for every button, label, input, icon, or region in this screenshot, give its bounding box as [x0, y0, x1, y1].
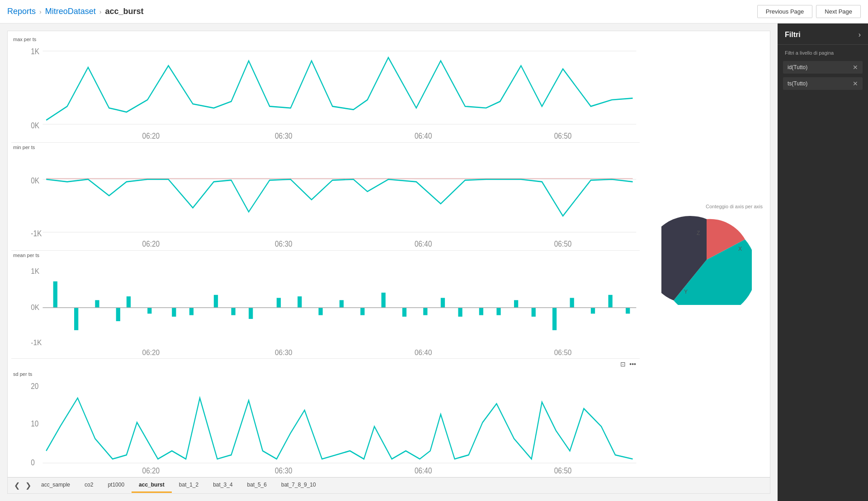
svg-rect-53 — [626, 308, 630, 314]
svg-rect-40 — [382, 293, 386, 308]
filters-panel: Filtri › Filtri a livello di pagina id(T… — [778, 23, 868, 501]
svg-rect-38 — [340, 300, 344, 308]
tab-bat-5-6[interactable]: bat_5_6 — [240, 478, 274, 493]
svg-text:20: 20 — [31, 382, 38, 391]
svg-text:-1K: -1K — [31, 338, 42, 347]
tabs-bar: ❮ ❯ acc_sample co2 pt1000 acc_burst bat_… — [8, 477, 770, 493]
svg-rect-32 — [214, 295, 218, 308]
tab-co2[interactable]: co2 — [77, 478, 100, 493]
svg-text:0K: 0K — [31, 176, 39, 185]
svg-text:0K: 0K — [31, 303, 39, 311]
svg-rect-48 — [532, 308, 536, 317]
svg-text:10: 10 — [31, 419, 38, 428]
tab-pt1000[interactable]: pt1000 — [100, 478, 132, 493]
sd-per-ts-label: sd per ts — [11, 371, 640, 377]
svg-text:06:20: 06:20 — [142, 131, 160, 140]
filter-ts-label: ts(Tutto) — [788, 80, 807, 87]
svg-rect-24 — [53, 281, 57, 308]
max-per-ts-label: max per ts — [11, 37, 640, 42]
svg-rect-46 — [496, 308, 500, 315]
prev-page-button[interactable]: Previous Page — [757, 5, 813, 18]
tab-bat-1-2[interactable]: bat_1_2 — [172, 478, 206, 493]
svg-rect-27 — [116, 308, 120, 321]
svg-text:06:40: 06:40 — [415, 348, 432, 356]
filters-title: Filtri — [785, 31, 801, 39]
mean-per-ts-chart: 1K 0K -1K 06:20 06:30 06:40 06:50 — [11, 259, 640, 356]
svg-text:06:30: 06:30 — [275, 348, 292, 356]
charts-inner: max per ts 1K 0K 06:20 — [8, 31, 770, 477]
min-per-ts-label: min per ts — [11, 145, 640, 150]
sd-per-ts-panel: sd per ts 20 10 0 06:20 06:30 06:40 06:5… — [11, 370, 640, 477]
filter-id-close[interactable]: ✕ — [853, 64, 858, 71]
svg-rect-47 — [514, 300, 518, 308]
svg-text:06:50: 06:50 — [554, 131, 572, 140]
filter-id-label: id(Tutto) — [788, 64, 807, 70]
svg-rect-43 — [441, 298, 445, 308]
tab-bat-3-4[interactable]: bat_3_4 — [206, 478, 240, 493]
filter-ts-close[interactable]: ✕ — [853, 80, 858, 87]
breadcrumb-reports[interactable]: Reports — [7, 7, 36, 16]
svg-rect-33 — [231, 308, 236, 315]
filters-expand-button[interactable]: › — [859, 31, 861, 39]
svg-text:06:40: 06:40 — [415, 131, 432, 140]
svg-text:06:50: 06:50 — [554, 239, 572, 248]
tab-next-button[interactable]: ❯ — [23, 479, 34, 492]
icons-row: ⊡ ••• — [11, 359, 640, 370]
svg-text:06:50: 06:50 — [554, 348, 572, 356]
svg-text:06:30: 06:30 — [275, 466, 292, 475]
min-per-ts-panel: min per ts 0K -1K 06:20 06:30 06:40 06:5… — [11, 143, 640, 251]
svg-text:X: X — [738, 246, 742, 252]
breadcrumb-sep-2: › — [99, 8, 102, 15]
svg-rect-28 — [127, 296, 131, 308]
svg-rect-51 — [591, 308, 595, 314]
tab-bat-7-8-9-10[interactable]: bat_7_8_9_10 — [274, 478, 323, 493]
svg-text:06:50: 06:50 — [554, 466, 572, 475]
svg-text:-1K: -1K — [31, 229, 42, 238]
charts-right: Conteggio di axis per axis Z — [643, 31, 770, 477]
breadcrumb-dataset[interactable]: MitreoDataset — [45, 7, 96, 16]
svg-rect-49 — [552, 308, 557, 330]
sd-per-ts-chart: 20 10 0 06:20 06:30 06:40 06:50 — [11, 378, 640, 475]
breadcrumb-page: acc_burst — [105, 7, 143, 16]
expand-icon[interactable]: ⊡ — [620, 361, 626, 368]
svg-rect-30 — [172, 308, 176, 317]
svg-rect-35 — [277, 298, 281, 308]
svg-text:06:30: 06:30 — [275, 239, 292, 248]
svg-text:06:20: 06:20 — [142, 466, 160, 475]
svg-rect-50 — [570, 298, 574, 308]
header-buttons: Previous Page Next Page — [757, 5, 861, 18]
header: Reports › MitreoDataset › acc_burst Prev… — [0, 0, 868, 23]
breadcrumb: Reports › MitreoDataset › acc_burst — [7, 7, 143, 16]
svg-text:06:40: 06:40 — [415, 239, 432, 248]
next-page-button[interactable]: Next Page — [816, 5, 861, 18]
svg-rect-41 — [402, 308, 406, 317]
filters-header: Filtri › — [778, 23, 868, 45]
tab-acc-burst[interactable]: acc_burst — [132, 478, 172, 493]
svg-rect-42 — [423, 308, 427, 315]
pie-title: Conteggio di axis per axis — [651, 204, 763, 209]
breadcrumb-sep-1: › — [39, 8, 42, 15]
svg-rect-52 — [609, 295, 613, 308]
mean-per-ts-label: mean per ts — [11, 253, 640, 258]
mean-per-ts-panel: mean per ts 1K 0K -1K 06:20 06:30 06:40 … — [11, 251, 640, 359]
svg-text:0: 0 — [31, 458, 35, 467]
tab-acc-sample[interactable]: acc_sample — [34, 478, 77, 493]
svg-rect-29 — [147, 308, 151, 314]
svg-rect-44 — [458, 308, 462, 317]
pie-container: Z X Y — [661, 215, 752, 305]
more-options-icon[interactable]: ••• — [629, 361, 636, 368]
tab-prev-button[interactable]: ❮ — [11, 479, 23, 492]
svg-rect-25 — [74, 308, 78, 330]
max-per-ts-chart: 1K 0K 06:20 06:30 06:40 06:50 — [11, 43, 640, 140]
svg-rect-39 — [360, 308, 364, 315]
svg-text:06:20: 06:20 — [142, 348, 160, 356]
charts-left: max per ts 1K 0K 06:20 — [8, 31, 643, 477]
svg-text:Z: Z — [697, 230, 700, 236]
main-layout: max per ts 1K 0K 06:20 — [0, 23, 868, 501]
filters-section-label: Filtri a livello di pagina — [778, 45, 868, 59]
report-area: max per ts 1K 0K 06:20 — [0, 23, 778, 501]
svg-text:Y: Y — [684, 289, 688, 295]
svg-text:1K: 1K — [31, 47, 39, 56]
filter-item-ts: ts(Tutto) ✕ — [783, 77, 863, 90]
svg-text:0K: 0K — [31, 121, 39, 130]
